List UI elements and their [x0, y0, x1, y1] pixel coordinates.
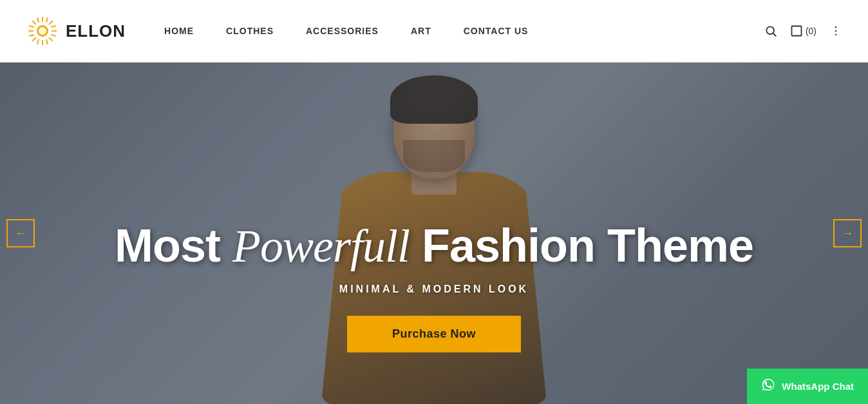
main-nav: HOME CLOTHES ACCESSORIES ART CONTACT US: [164, 26, 764, 36]
nav-item-contact[interactable]: CONTACT US: [464, 26, 529, 36]
svg-point-21: [835, 26, 837, 28]
header: ELLON HOME CLOTHES ACCESSORIES ART CONTA…: [0, 0, 868, 63]
cart-icon: [790, 24, 803, 37]
whatsapp-icon: [761, 378, 775, 395]
nav-item-clothes[interactable]: CLOTHES: [226, 26, 274, 36]
search-icon: [764, 24, 777, 37]
svg-line-12: [51, 26, 56, 27]
svg-rect-20: [791, 26, 801, 36]
svg-line-9: [46, 17, 48, 23]
dots-menu-icon: [829, 24, 842, 37]
hero-section: ← → Most Powerfull Fashion Theme MINIMAL…: [0, 63, 868, 404]
hero-title-part1: Most: [115, 220, 232, 271]
svg-line-14: [37, 39, 39, 44]
whatsapp-label: WhatsApp Chat: [782, 381, 854, 392]
purchase-now-button[interactable]: Purchase Now: [347, 316, 521, 352]
hero-next-button[interactable]: →: [833, 219, 862, 247]
svg-point-22: [835, 30, 837, 32]
svg-point-17: [39, 27, 46, 35]
logo-icon: [26, 14, 59, 48]
nav-item-home[interactable]: HOME: [164, 26, 194, 36]
svg-line-7: [32, 37, 36, 41]
hero-title-part2: Fashion Theme: [410, 220, 753, 271]
arrow-right-icon: →: [842, 227, 853, 240]
cart-count: (0): [806, 26, 816, 36]
svg-point-23: [835, 34, 837, 36]
svg-line-15: [46, 39, 48, 44]
nav-item-accessories[interactable]: ACCESSORIES: [306, 26, 379, 36]
hero-subtitle: MINIMAL & MODERN LOOK: [0, 284, 868, 295]
hero-title: Most Powerfull Fashion Theme: [0, 220, 868, 272]
search-button[interactable]: [764, 24, 777, 37]
menu-button[interactable]: [829, 24, 842, 37]
svg-line-8: [37, 17, 39, 23]
svg-line-13: [51, 35, 56, 36]
logo-link[interactable]: ELLON: [26, 14, 126, 48]
whatsapp-chat-button[interactable]: WhatsApp Chat: [747, 369, 868, 404]
hero-content: Most Powerfull Fashion Theme MINIMAL & M…: [0, 220, 868, 352]
hero-prev-button[interactable]: ←: [6, 219, 35, 247]
svg-line-5: [49, 37, 53, 41]
svg-line-6: [49, 21, 53, 24]
svg-point-18: [766, 26, 774, 34]
svg-line-10: [29, 26, 34, 27]
nav-item-art[interactable]: ART: [411, 26, 431, 36]
header-icons: (0): [764, 24, 842, 37]
whatsapp-svg-icon: [761, 378, 775, 392]
arrow-left-icon: ←: [15, 227, 26, 240]
svg-line-11: [29, 35, 34, 36]
svg-line-4: [32, 21, 36, 24]
logo-text: ELLON: [66, 21, 126, 41]
svg-line-19: [773, 34, 777, 37]
cart-button[interactable]: (0): [790, 24, 816, 37]
hero-title-italic: Powerfull: [232, 220, 410, 272]
